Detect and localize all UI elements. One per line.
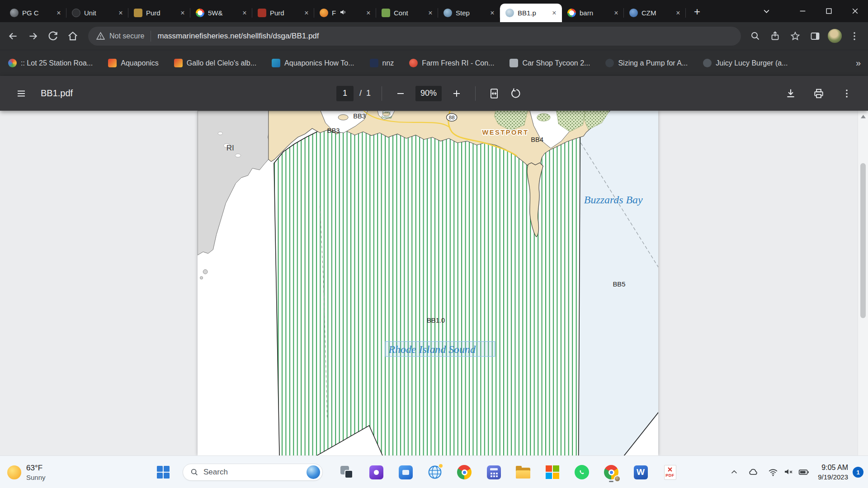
tray-chevron-up-icon[interactable] [726, 465, 742, 480]
google-favicon [196, 9, 204, 17]
tab-label: Step [456, 9, 485, 17]
tab-close-icon[interactable]: × [302, 9, 311, 17]
profile-avatar[interactable] [828, 29, 842, 43]
tab-close-icon[interactable]: × [550, 9, 558, 17]
zoom-magnifier-icon[interactable] [745, 26, 765, 46]
audio-speaker-icon[interactable] [340, 9, 361, 17]
blue-app-button[interactable] [396, 462, 415, 482]
tab-label: barn [580, 9, 609, 17]
tab-5w[interactable]: 5W& × [190, 4, 252, 22]
tab-czm[interactable]: CZM × [624, 4, 686, 22]
browser-globe-button[interactable] [425, 462, 445, 482]
wifi-icon[interactable] [765, 465, 781, 480]
bookmarks-overflow-chevron[interactable]: » [856, 58, 861, 68]
bookmark-item[interactable]: Juicy Lucy Burger (a... [703, 59, 788, 67]
volume-muted-icon[interactable] [781, 465, 796, 480]
tab-search-chevron-icon[interactable] [753, 0, 779, 22]
island-label-line1: Cory [382, 111, 391, 114]
purple-app-button[interactable] [366, 462, 386, 482]
islet [203, 269, 208, 274]
tab-close-icon[interactable]: × [55, 9, 63, 17]
tab-close-icon[interactable]: × [426, 9, 434, 17]
pdf-menu-hamburger-icon[interactable] [14, 86, 29, 101]
browser-menu-kebab-icon[interactable] [844, 26, 864, 46]
tab-step[interactable]: Step × [438, 4, 500, 22]
maximize-button[interactable] [816, 0, 842, 22]
pdf-more-kebab-icon[interactable] [839, 86, 854, 101]
scrollbar-thumb[interactable] [860, 163, 866, 318]
taskbar-search[interactable]: Search [183, 464, 323, 481]
tab-close-icon[interactable]: × [674, 9, 682, 17]
bookmark-item[interactable]: Aquaponics [108, 59, 159, 67]
side-panel-icon[interactable] [805, 26, 825, 46]
rotate-icon[interactable] [508, 86, 524, 101]
whatsapp-button[interactable] [572, 462, 592, 482]
fit-to-page-icon[interactable] [486, 86, 502, 101]
vertical-scrollbar[interactable] [858, 111, 868, 455]
reload-icon[interactable] [43, 26, 63, 46]
search-highlight-icon[interactable] [307, 465, 320, 479]
task-view-button[interactable] [337, 462, 357, 482]
microsoft-store-icon [546, 465, 559, 479]
omnibox[interactable]: Not secure massmarinefisheries.net/shell… [88, 27, 741, 46]
forward-icon[interactable] [23, 26, 43, 46]
file-explorer-button[interactable] [513, 462, 533, 482]
start-button[interactable] [153, 462, 173, 482]
close-window-button[interactable] [842, 0, 868, 22]
word-icon: W [634, 465, 648, 479]
microsoft-store-button[interactable] [542, 462, 562, 482]
tab-purdue-2[interactable]: Purd × [252, 4, 314, 22]
pdf-app-button[interactable]: PDF [660, 462, 680, 482]
tab-f-audio[interactable]: F × [314, 4, 376, 22]
pdf-actions [783, 76, 854, 111]
download-icon[interactable] [783, 86, 798, 101]
bookmark-star-icon[interactable] [785, 26, 805, 46]
scroll-up-arrow[interactable] [858, 111, 868, 122]
whatsapp-icon [575, 465, 589, 479]
tab-close-icon[interactable]: × [364, 9, 373, 17]
chrome-profile-button[interactable] [601, 462, 621, 482]
word-button[interactable]: W [631, 462, 651, 482]
bookmark-item[interactable]: Sizing a Pump for A... [605, 59, 688, 67]
zoom-level-input[interactable]: 90% [415, 86, 442, 101]
home-icon[interactable] [63, 26, 83, 46]
bookmark-item[interactable]: :: Lot 25 Station Roa... [8, 59, 93, 67]
url-text[interactable]: massmarinefisheries.net/shellfish/dsga/B… [157, 32, 319, 41]
page-number-input[interactable]: 1 [336, 86, 354, 101]
chrome-button[interactable] [454, 462, 474, 482]
tab-barn[interactable]: barn × [562, 4, 624, 22]
new-tab-button[interactable]: + [690, 5, 704, 19]
tab-purdue-1[interactable]: Purd × [128, 4, 190, 22]
tab-bb1-pdf-active[interactable]: BB1.p × [500, 4, 562, 22]
clock-date: 9/19/2023 [818, 473, 848, 482]
tab-close-icon[interactable]: × [117, 9, 125, 17]
clock[interactable]: 9:05 AM 9/19/2023 [818, 463, 848, 482]
tab-cont[interactable]: Cont × [376, 4, 438, 22]
toolbar-separator [382, 86, 382, 101]
bookmark-item[interactable]: Car Shop Tycoon 2... [509, 59, 590, 67]
calculator-button[interactable] [484, 462, 504, 482]
bookmark-item[interactable]: Aquaponics How To... [272, 59, 354, 67]
share-icon[interactable] [765, 26, 785, 46]
tab-unit[interactable]: Unit × [66, 4, 128, 22]
tab-close-icon[interactable]: × [179, 9, 187, 17]
weather-widget[interactable]: 63°F Sunny [7, 456, 46, 488]
tab-close-icon[interactable]: × [612, 9, 620, 17]
bookmark-favicon [370, 59, 378, 67]
tab-strip: PG C × Unit × Purd × 5W& × Purd × [0, 0, 868, 22]
back-icon[interactable] [3, 26, 23, 46]
bookmark-item[interactable]: Farm Fresh RI - Con... [409, 59, 494, 67]
onedrive-cloud-icon[interactable] [745, 465, 761, 480]
zoom-out-icon[interactable] [393, 86, 408, 101]
battery-icon[interactable] [796, 465, 811, 480]
tab-close-icon[interactable]: × [488, 9, 496, 17]
bookmark-item[interactable]: Gallo del Cielo's alb... [174, 59, 256, 67]
tab-close-icon[interactable]: × [241, 9, 249, 17]
notification-count-badge[interactable]: 1 [853, 467, 863, 478]
zoom-in-icon[interactable] [449, 86, 464, 101]
minimize-button[interactable] [789, 0, 816, 22]
print-icon[interactable] [811, 86, 826, 101]
tab-pg-c[interactable]: PG C × [5, 4, 66, 22]
security-chip[interactable]: Not secure [96, 32, 144, 40]
bookmark-item[interactable]: nnz [370, 59, 394, 67]
